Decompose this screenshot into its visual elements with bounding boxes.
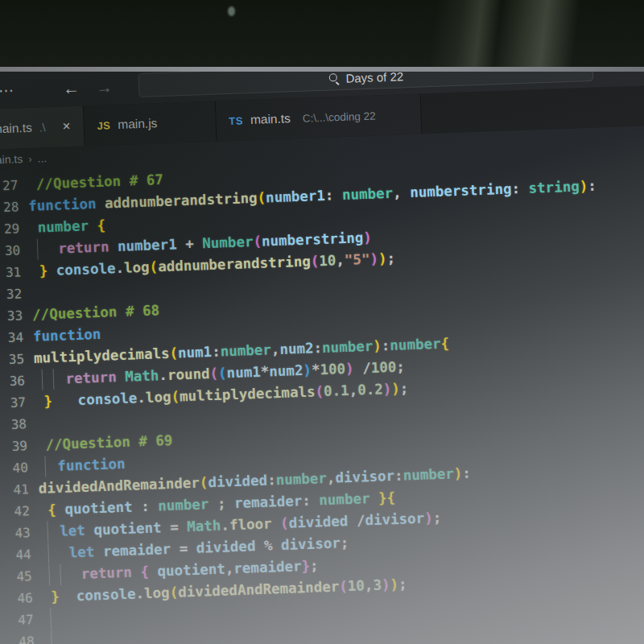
tab-label: main.js — [118, 116, 158, 132]
laptop-photo: ⋯ ← → Days of 22 main.ts .\ × JS main.js — [0, 0, 644, 644]
search-icon — [328, 72, 339, 84]
line-number[interactable]: 44 — [0, 543, 41, 567]
indent-guide — [44, 456, 46, 477]
line-number[interactable]: 29 — [0, 217, 30, 241]
indent-guide — [47, 543, 49, 564]
line-number[interactable]: 42 — [0, 500, 39, 523]
tab-main-js[interactable]: JS main.js — [84, 101, 217, 147]
vscode-window: ⋯ ← → Days of 22 main.ts .\ × JS main.js — [0, 72, 644, 644]
line-number[interactable]: 38 — [0, 413, 36, 436]
indent-guide — [48, 564, 50, 585]
chevron-right-icon: › — [28, 152, 32, 164]
tab-label: main.ts — [0, 121, 32, 137]
forward-arrow-icon[interactable]: → — [96, 78, 114, 96]
line-number[interactable]: 31 — [0, 261, 31, 284]
line-number[interactable]: 48 — [0, 630, 44, 644]
line-number[interactable]: 27 — [0, 174, 28, 197]
tab-main-ts-active[interactable]: main.ts .\ × — [0, 105, 85, 150]
close-icon[interactable]: × — [62, 118, 71, 134]
line-number[interactable]: 43 — [0, 522, 40, 545]
tab-main-ts-2[interactable]: TS main.ts C:\...\coding 22 — [215, 93, 422, 141]
indent-guide — [51, 630, 52, 644]
indent-guide — [42, 369, 43, 390]
line-number[interactable]: 32 — [0, 283, 32, 306]
menu-dots-icon[interactable]: ⋯ — [0, 80, 17, 100]
vscode-content: ⋯ ← → Days of 22 main.ts .\ × JS main.js — [0, 72, 644, 644]
line-number[interactable]: 37 — [0, 391, 35, 415]
line-number[interactable]: 33 — [0, 304, 33, 328]
typescript-file-icon: TS — [229, 114, 243, 127]
line-number[interactable]: 30 — [0, 239, 31, 262]
line-number[interactable]: 34 — [0, 326, 34, 349]
breadcrumb-file[interactable]: main.ts — [0, 152, 23, 167]
search-text: Days of 22 — [345, 72, 403, 85]
line-number[interactable]: 28 — [0, 196, 29, 219]
tab-label: main.ts — [250, 111, 291, 127]
line-number[interactable]: 40 — [0, 456, 38, 480]
javascript-file-icon: JS — [97, 119, 110, 132]
breadcrumb-more[interactable]: ... — [37, 151, 47, 164]
line-number[interactable]: 47 — [0, 609, 43, 632]
indent-guide — [47, 521, 48, 542]
indent-guide — [50, 608, 52, 629]
line-number[interactable]: 39 — [0, 435, 37, 458]
line-number[interactable]: 41 — [0, 478, 39, 502]
code-area: 27 //Question # 6728function addnumberan… — [0, 147, 644, 644]
tab-file-path: C:\...\coding 22 — [303, 109, 376, 124]
back-arrow-icon[interactable]: ← — [63, 79, 80, 97]
line-number[interactable]: 45 — [0, 565, 42, 588]
line-number[interactable]: 35 — [0, 348, 35, 371]
reflection-dot — [228, 6, 235, 16]
line-number[interactable]: 46 — [0, 587, 43, 610]
tab-path-hint: .\ — [39, 121, 45, 134]
indent-guide — [37, 239, 39, 260]
line-number[interactable]: 36 — [0, 369, 35, 393]
indent-guide — [53, 369, 55, 390]
screen-bezel — [0, 0, 644, 67]
indent-guide — [60, 564, 61, 585]
